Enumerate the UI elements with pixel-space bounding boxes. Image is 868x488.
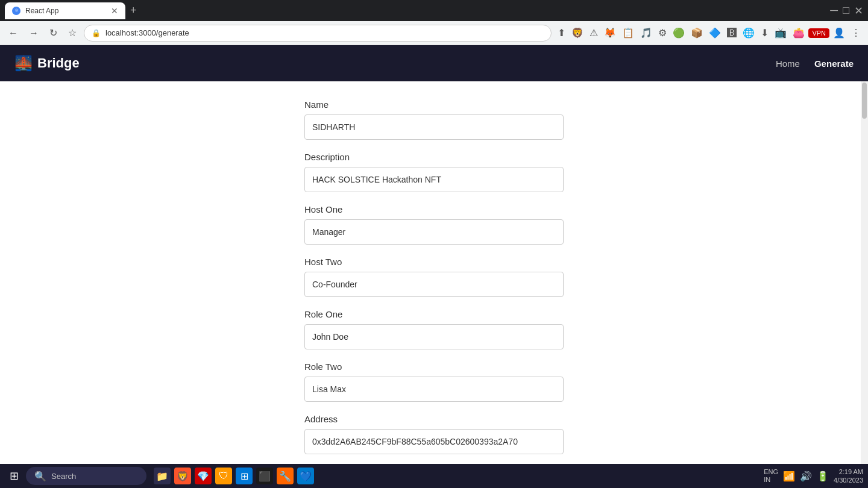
name-input[interactable] [304,114,564,140]
description-label: Description [304,152,564,162]
address-label: Address [304,414,564,424]
browser-toolbar: ← → ↻ ☆ 🔒 localhost:3000/generate ⬆ 🦁 ⚠ … [0,21,868,45]
role-two-label: Role Two [304,361,564,372]
taskbar-datetime[interactable]: 2:19 AM 4/30/2023 [834,468,863,485]
extension-7[interactable]: 📦 [688,25,705,41]
extension-9[interactable]: 🅱 [725,25,739,41]
taskbar-vscode-icon[interactable]: 💙 [297,468,314,484]
profile-button[interactable]: 👤 [831,25,848,41]
taskbar-dev-icon[interactable]: 🔧 [277,468,294,484]
taskbar-system-icons: ENG IN 📶 🔊 🔋 2:19 AM 4/30/2023 [764,468,863,485]
tab-close-button[interactable]: ✕ [111,6,118,16]
role-one-input[interactable] [304,324,564,349]
host-two-label: Host Two [304,257,564,267]
taskbar: ⊞ 🔍 Search 📁 🦁 💎 🛡 ⊞ ⬛ 🔧 💙 ENG IN 📶 🔊 🔋 … [0,464,868,488]
extension-3[interactable]: 📋 [620,25,637,41]
browser-tab[interactable]: ⚛ React App ✕ [5,2,125,19]
role-two-input[interactable] [304,377,564,402]
address-bar[interactable]: 🔒 localhost:3000/generate [84,25,552,42]
lock-icon: 🔒 [92,29,101,37]
nav-links: Home Generate [776,58,854,69]
host-one-input[interactable] [304,219,564,245]
cast-button[interactable]: 📺 [772,25,789,41]
extension-2[interactable]: 🦊 [602,25,618,41]
extension-1[interactable]: ⚠ [587,25,600,41]
description-input[interactable] [304,167,564,192]
description-group: Description [304,152,564,192]
brand-icon: 🌉 [14,55,33,72]
taskbar-file-icon[interactable]: 📁 [154,468,171,484]
nav-brand: 🌉 Bridge [14,55,80,72]
close-window-button[interactable]: ✕ [854,4,863,17]
taskbar-date-text: 4/30/2023 [834,476,863,484]
scrollbar-thumb[interactable] [862,83,867,119]
extension-6[interactable]: 🟢 [670,25,687,41]
volume-icon[interactable]: 🔊 [800,471,812,482]
main-content: Name Description Host One Host Two Role … [0,81,868,464]
role-one-group: Role One [304,309,564,349]
menu-button[interactable]: ⋮ [849,25,863,41]
taskbar-terminal-icon[interactable]: ⬛ [256,468,273,484]
taskbar-brave-icon[interactable]: 🦁 [174,468,191,484]
wallet-button[interactable]: 👛 [790,25,807,41]
address-input[interactable] [304,429,564,454]
taskbar-time-text: 2:19 AM [834,468,863,476]
role-two-group: Role Two [304,361,564,402]
url-text: localhost:3000/generate [105,28,189,37]
taskbar-app-icons: 📁 🦁 💎 🛡 ⊞ ⬛ 🔧 💙 [154,468,314,484]
bookmark-button[interactable]: ☆ [64,25,80,41]
address-group: Address [304,414,564,454]
start-button[interactable]: ⊞ [5,467,24,485]
tab-favicon: ⚛ [12,7,20,15]
host-one-group: Host One [304,204,564,245]
host-two-group: Host Two [304,257,564,297]
name-group: Name [304,99,564,140]
form-container: Name Description Host One Host Two Role … [304,99,564,464]
search-text: Search [51,472,76,481]
share-button[interactable]: ⬆ [555,25,568,41]
taskbar-grid-icon[interactable]: ⊞ [236,468,253,484]
brave-icon[interactable]: 🦁 [569,25,586,41]
host-two-input[interactable] [304,272,564,297]
taskbar-search-bar[interactable]: 🔍 Search [26,467,146,485]
language-indicator: ENG IN [764,468,778,484]
extension-8[interactable]: 🔷 [706,25,723,41]
search-icon: 🔍 [34,471,46,482]
restore-button[interactable]: □ [843,4,849,17]
battery-icon[interactable]: 🔋 [817,471,829,482]
scrollbar[interactable] [861,81,868,464]
download-button[interactable]: ⬇ [758,25,771,41]
minimize-button[interactable]: ─ [830,4,838,17]
role-one-label: Role One [304,309,564,319]
browser-titlebar: ⚛ React App ✕ + ─ □ ✕ [0,0,868,21]
vpn-button[interactable]: VPN [808,28,829,38]
tab-title: React App [25,7,58,15]
taskbar-shield-icon[interactable]: 🛡 [215,468,232,484]
extension-5[interactable]: ⚙ [656,25,669,41]
back-button[interactable]: ← [5,25,22,41]
nav-home-link[interactable]: Home [776,58,800,69]
app-navbar: 🌉 Bridge Home Generate [0,45,868,81]
forward-button[interactable]: → [25,25,42,41]
extension-4[interactable]: 🎵 [638,25,655,41]
wifi-icon[interactable]: 📶 [783,471,795,482]
nav-generate-link[interactable]: Generate [814,58,854,69]
taskbar-app-3[interactable]: 💎 [195,468,212,484]
brand-name: Bridge [37,55,80,71]
reload-button[interactable]: ↻ [46,25,61,41]
extension-10[interactable]: 🌐 [740,25,757,41]
new-tab-button[interactable]: + [125,4,142,17]
toolbar-extension-icons: ⬆ 🦁 ⚠ 🦊 📋 🎵 ⚙ 🟢 📦 🔷 🅱 🌐 ⬇ 📺 👛 VPN 👤 ⋮ [555,25,863,41]
name-label: Name [304,99,564,110]
host-one-label: Host One [304,204,564,214]
